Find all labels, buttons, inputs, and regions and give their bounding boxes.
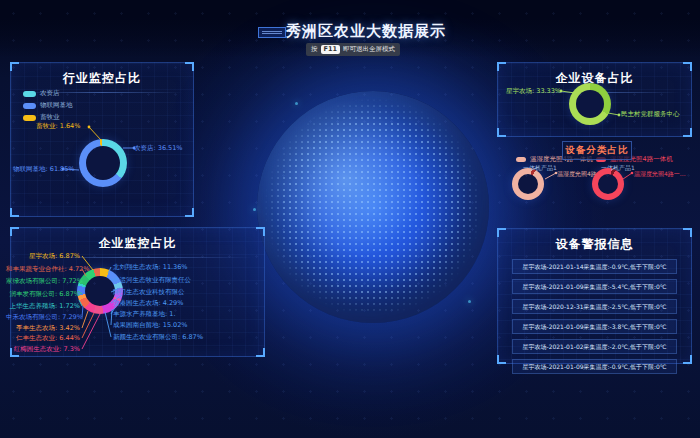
- chart-label: 北刘翔生态农场: 11.36%: [113, 263, 188, 271]
- chart-label: 大运河生态牧业有限责任公: [113, 276, 191, 284]
- chart-label: 成果园南自留地: 15.02%: [113, 321, 188, 329]
- legend-swatch: [23, 103, 36, 109]
- chart-label: 畜牧业: 1.64%: [36, 122, 80, 130]
- legend-label: 物联网基地: [40, 101, 73, 110]
- industry-donut-chart[interactable]: [79, 139, 127, 187]
- chart-label: 润丰发有限公司: 6.87%: [6, 290, 80, 298]
- chart-label: 星宇农场: 6.87%: [6, 252, 80, 260]
- chart-label: 陆门生态农业科技有限公: [113, 288, 185, 296]
- chart-label: 中禾农场有限公司: 7.29%: [6, 313, 80, 321]
- alarm-row: 星宇农场-2020-12-31采集温度:-2.5℃,低于下限:0℃: [512, 299, 677, 314]
- legend-item: 畜牧业: [23, 113, 60, 122]
- glow-dot: [295, 102, 298, 105]
- dashboard-stage: 秀洲区农业大数据展示 按 F11 即可退出全屏模式 行业监控占比 农资店 物联网…: [0, 0, 700, 438]
- glow-dot: [253, 208, 256, 211]
- enterprise-panel-title: 企业监控占比: [11, 228, 264, 252]
- chart-label: 物联网基地: 61.85%: [13, 165, 75, 173]
- legend-label: 畜牧业: [40, 113, 60, 122]
- legend-item: 农资店: [23, 89, 60, 98]
- chart-label: 丰源水产养殖基地: 1.: [113, 310, 175, 318]
- classification-donut-chart[interactable]: [512, 168, 544, 200]
- chart-label: 民主村党群服务中心: [621, 110, 680, 118]
- chart-label: 农资店: 36.51%: [134, 144, 183, 152]
- chart-label: 新颜生态农业有限公司: 6.87%: [113, 333, 203, 341]
- industry-panel-title: 行业监控占比: [11, 63, 193, 87]
- legend-swatch: [516, 157, 526, 162]
- page-title: 秀洲区农业大数据展示: [0, 22, 700, 41]
- fullscreen-hint: 按 F11 即可退出全屏模式: [306, 43, 400, 56]
- device-donut-chart[interactable]: [569, 83, 611, 125]
- chart-label: 红梅园生态农业: 7.3%: [6, 345, 80, 353]
- legend-swatch: [23, 115, 36, 121]
- brand-logo-icon: [258, 27, 286, 38]
- alarm-panel: 设备警报信息 星宇农场-2021-01-14采集温度:-0.9℃,低于下限:0℃…: [497, 228, 692, 364]
- alarm-row: 星宇农场-2021-01-09采集温度:-3.8℃,低于下限:0℃: [512, 319, 677, 334]
- chart-label: 季丰生态农场: 3.42%: [6, 324, 80, 332]
- alarm-row: 星宇农场-2021-01-09采集温度:-5.4℃,低于下限:0℃: [512, 279, 677, 294]
- classification-donut-chart[interactable]: [592, 168, 624, 200]
- hint-suffix: 即可退出全屏模式: [343, 45, 395, 54]
- alarm-row: 星宇农场-2021-01-09采集温度:-0.9℃,低于下限:0℃: [512, 359, 677, 374]
- chart-label: 仁丰生态农业: 6.44%: [6, 334, 80, 342]
- globe-visualization: [257, 91, 489, 323]
- legend-label: 农资店: [40, 89, 60, 98]
- alarm-row: 星宇农场-2021-01-14采集温度:-0.9℃,低于下限:0℃: [512, 259, 677, 274]
- f11-key: F11: [321, 45, 341, 54]
- chart-label: 嘉港园生态农场: 4.29%: [113, 299, 183, 307]
- chart-label: 星宇农场: 33.33%: [506, 87, 561, 95]
- glow-dot: [468, 300, 471, 303]
- classification-title: 设备分类占比: [562, 141, 632, 160]
- legend-swatch: [23, 91, 36, 97]
- chart-label: 温湿度光照4路一...: [634, 170, 686, 178]
- alarm-row: 星宇农场-2021-01-02采集温度:-2.0℃,低于下限:0℃: [512, 339, 677, 354]
- chart-label: 家绿农场有限公司: 7.72%: [6, 277, 80, 285]
- hint-prefix: 按: [311, 45, 318, 54]
- legend-item: 物联网基地: [23, 101, 73, 110]
- chart-label: 和丰果蔬专业合作社: 4.72%: [6, 265, 80, 273]
- alarm-panel-title: 设备警报信息: [498, 229, 691, 253]
- chart-label: 上华生态养殖场: 1.72%: [6, 302, 80, 310]
